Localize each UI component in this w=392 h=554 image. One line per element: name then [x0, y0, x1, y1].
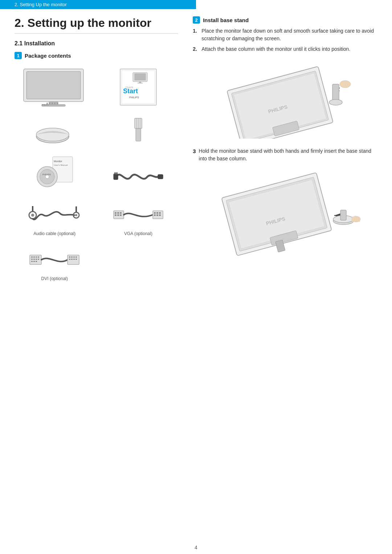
svg-rect-66 — [31, 261, 33, 262]
pkg-base — [15, 114, 95, 148]
monitor-svg: PHILIPS — [20, 67, 89, 107]
svg-rect-75 — [71, 259, 73, 260]
svg-point-7 — [54, 103, 56, 104]
svg-rect-13 — [135, 74, 146, 80]
dvi-svg — [29, 246, 80, 275]
diagram-step3: PHILIPS — [193, 168, 377, 259]
svg-rect-83 — [332, 84, 339, 100]
monitor-base-attach-svg: PHILIPS — [209, 59, 362, 139]
svg-rect-99 — [340, 210, 346, 220]
svg-rect-103 — [356, 217, 358, 222]
svg-text:PHILIPS: PHILIPS — [129, 96, 139, 99]
step2-text: Install base stand — [203, 17, 249, 23]
svg-point-41 — [75, 214, 77, 216]
svg-rect-76 — [73, 259, 75, 260]
svg-rect-47 — [115, 214, 117, 216]
svg-text:User's Manual: User's Manual — [54, 164, 68, 166]
vga-svg — [113, 201, 164, 230]
svg-rect-104 — [359, 217, 360, 222]
svg-rect-102 — [354, 216, 356, 222]
svg-rect-101 — [352, 217, 354, 222]
svg-rect-86 — [341, 82, 343, 87]
pkg-cd: Monitor User's Manual PHILIPS — [15, 152, 95, 194]
pkg-monitor: PHILIPS — [15, 64, 95, 110]
pkg-dvi: DVI (optional) — [15, 243, 95, 284]
quickstart-svg: Quick Start PHILIPS — [113, 67, 164, 107]
breadcrumb: 2. Setting Up the monitor — [0, 0, 196, 9]
svg-rect-51 — [154, 212, 156, 214]
step3-text: Hold the monitor base stand with both ha… — [199, 147, 377, 163]
vga-caption: VGA (optional) — [124, 231, 152, 236]
svg-rect-87 — [343, 81, 345, 87]
svg-rect-1 — [26, 71, 81, 99]
install-step-1-num: 1. — [193, 27, 199, 42]
dvi-caption: DVI (optional) — [41, 276, 68, 281]
svg-rect-46 — [120, 212, 122, 214]
pkg-power-cable — [98, 152, 179, 194]
svg-rect-49 — [120, 214, 122, 216]
pkg-screw — [98, 114, 179, 148]
install-step-2-text: Attach the base column with the monitor … — [201, 45, 350, 53]
cd-svg: Monitor User's Manual PHILIPS — [34, 155, 74, 191]
svg-text:PHILIPS: PHILIPS — [42, 104, 49, 106]
pkg-audio-cable: Audio cable (optional) — [15, 198, 95, 239]
diagram-step2: PHILIPS — [193, 59, 377, 139]
svg-rect-35 — [116, 172, 118, 175]
svg-rect-52 — [156, 212, 158, 214]
svg-rect-55 — [156, 214, 158, 216]
monitor-base-insert-svg: PHILIPS — [209, 168, 362, 259]
page-number: 4 — [0, 537, 392, 554]
svg-rect-64 — [36, 259, 37, 260]
step1-badge: 1 — [15, 52, 22, 59]
pkg-quickstart: Quick Start PHILIPS — [98, 64, 179, 110]
step2-label: 2 Install base stand — [193, 16, 377, 24]
svg-rect-89 — [348, 82, 350, 87]
svg-rect-70 — [69, 257, 70, 258]
svg-rect-61 — [38, 257, 39, 258]
sub-section-title: 2.1 Installation — [15, 40, 178, 47]
svg-rect-59 — [33, 257, 35, 258]
svg-rect-88 — [346, 82, 347, 87]
step1-label: 1 Package contents — [15, 52, 178, 59]
svg-point-84 — [329, 99, 342, 105]
pkg-vga: VGA (optional) — [98, 198, 179, 239]
svg-rect-63 — [33, 259, 35, 260]
svg-rect-62 — [31, 259, 33, 260]
svg-text:PHILIPS: PHILIPS — [42, 173, 51, 176]
content-area: 2. Setting up the monitor 2.1 Installati… — [0, 9, 392, 537]
svg-point-38 — [31, 214, 34, 217]
svg-rect-25 — [136, 128, 141, 141]
svg-rect-48 — [117, 214, 119, 216]
left-column: 2. Setting up the monitor 2.1 Installati… — [15, 9, 189, 537]
audio-cable-caption: Audio cable (optional) — [33, 231, 75, 236]
svg-point-8 — [57, 103, 58, 104]
svg-rect-36 — [158, 175, 163, 179]
svg-rect-74 — [69, 259, 70, 260]
svg-rect-67 — [33, 261, 35, 262]
svg-rect-15 — [138, 83, 143, 83]
right-column: 2 Install base stand 1. Place the monito… — [189, 9, 377, 537]
audio-cable-svg — [27, 201, 82, 230]
step3-num: 3 — [193, 147, 196, 156]
svg-text:Monitor: Monitor — [54, 160, 62, 163]
svg-rect-56 — [159, 214, 161, 216]
svg-rect-45 — [117, 212, 119, 214]
step2-block: 2 Install base stand 1. Place the monito… — [193, 16, 377, 139]
svg-rect-71 — [71, 257, 73, 258]
install-step-2-num: 2. — [193, 45, 199, 53]
svg-point-5 — [49, 103, 50, 104]
svg-rect-53 — [159, 212, 161, 214]
svg-rect-34 — [114, 172, 116, 175]
svg-point-20 — [36, 128, 69, 141]
install-step-1-text: Place the monitor face down on soft and … — [201, 27, 377, 42]
power-cable-svg — [113, 162, 164, 191]
step1-text: Package contents — [25, 53, 71, 59]
svg-rect-72 — [73, 257, 75, 258]
svg-rect-44 — [115, 212, 117, 214]
svg-rect-68 — [36, 261, 37, 262]
section-title: 2. Setting up the monitor — [15, 16, 178, 34]
install-step-1: 1. Place the monitor face down on soft a… — [193, 27, 377, 42]
svg-text:Start: Start — [123, 87, 138, 95]
package-grid: PHILIPS Quick — [15, 64, 178, 284]
screw-svg — [127, 116, 149, 145]
